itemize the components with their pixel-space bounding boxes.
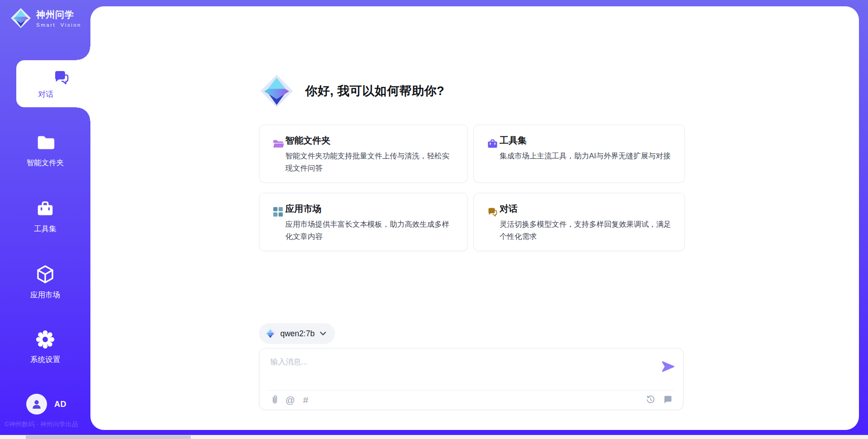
card-app-market[interactable]: 应用市场 应用市场提供丰富长文本模板，助力高效生成多样化文章内容 [259,193,468,251]
content-area: 你好, 我可以如何帮助你? 智能文件夹 智能文件夹功能支持批量文件上传与清洗，轻… [90,6,859,430]
sidebar-item-smart-folder[interactable]: 智能文件夹 [0,132,90,168]
sidebar-item-toolset[interactable]: 工具集 [0,198,90,234]
sidebar-item-app-market[interactable]: 应用市场 [0,263,90,300]
chevron-down-icon [320,332,326,336]
folder-open-icon [272,138,284,150]
brand-subtitle: Smart Vision [36,22,81,28]
tab-curve-top [77,47,90,60]
greeting-block: 你好, 我可以如何帮助你? [259,73,444,109]
sidebar-item-label: 工具集 [0,224,90,234]
user-profile[interactable]: AD [26,394,66,415]
user-initials: AD [54,400,66,409]
attach-button[interactable] [269,394,280,405]
model-selector[interactable]: qwen2:7b [259,323,335,344]
cube-icon [34,263,56,285]
at-icon: @ [285,395,295,405]
card-description: 集成市场上主流工具，助力AI与外界无缝扩展与对接 [500,150,673,162]
brand-name: 神州问学 [36,9,81,21]
scrollbar-thumb[interactable] [26,435,191,439]
sidebar: 神州问学 Smart Vision 对话 智能文件夹 工具集 [0,0,90,439]
history-icon [646,395,656,405]
card-chat[interactable]: 对话 灵活切换多模型文件，支持多样回复效果调试，满足个性化需求 [473,193,685,251]
message-input[interactable] [270,357,650,380]
card-description: 应用市场提供丰富长文本模板，助力高效生成多样化文章内容 [285,218,456,243]
avatar [26,394,47,415]
composer-divider [269,390,674,391]
brand-logo-icon [10,7,32,29]
chat-bubble-icon [663,395,673,405]
send-icon[interactable] [661,360,675,373]
tab-curve-bottom [77,107,90,121]
card-title: 工具集 [500,134,527,147]
sidebar-item-label: 对话 [16,89,75,100]
paperclip-icon [270,395,279,405]
chat-icon [486,206,499,218]
gear-icon [35,329,56,350]
model-logo-icon [265,328,276,339]
horizontal-scrollbar [0,435,868,439]
model-name: qwen2:7b [280,329,315,339]
footer-copyright: ©神州数码 · 神州问学出品 [5,420,90,429]
card-title: 对话 [500,203,518,215]
card-title: 应用市场 [285,203,321,215]
message-composer: @ # [259,348,684,410]
card-description: 灵活切换多模型文件，支持多样回复效果调试，满足个性化需求 [500,218,673,243]
briefcase-icon [486,138,499,150]
sidebar-item-label: 系统设置 [0,355,90,365]
person-icon [31,398,42,410]
feature-cards: 智能文件夹 智能文件夹功能支持批量文件上传与清洗，轻松实现文件问答 工具集 集成… [259,124,685,251]
card-description: 智能文件夹功能支持批量文件上传与清洗，轻松实现文件问答 [285,150,456,174]
greeting-title: 你好, 我可以如何帮助你? [305,83,444,99]
conversation-button[interactable] [662,394,673,405]
sidebar-item-chat[interactable]: 对话 [16,60,92,107]
folder-icon [35,132,56,153]
grid-icon [272,206,284,218]
card-smart-folder[interactable]: 智能文件夹 智能文件夹功能支持批量文件上传与清洗，轻松实现文件问答 [259,124,468,183]
toolbox-icon [35,198,56,219]
mention-button[interactable]: @ [285,394,296,405]
sidebar-item-label: 智能文件夹 [0,158,90,168]
sidebar-item-settings[interactable]: 系统设置 [0,329,90,365]
chat-icon [52,68,71,87]
sidebar-item-label: 应用市场 [0,290,90,300]
history-button[interactable] [645,394,656,405]
brand: 神州问学 Smart Vision [10,7,81,29]
hash-icon: # [303,395,308,405]
assistant-logo-icon [259,73,294,109]
card-title: 智能文件夹 [285,134,330,147]
hashtag-button[interactable]: # [300,394,311,405]
card-toolset[interactable]: 工具集 集成市场上主流工具，助力AI与外界无缝扩展与对接 [473,124,685,183]
